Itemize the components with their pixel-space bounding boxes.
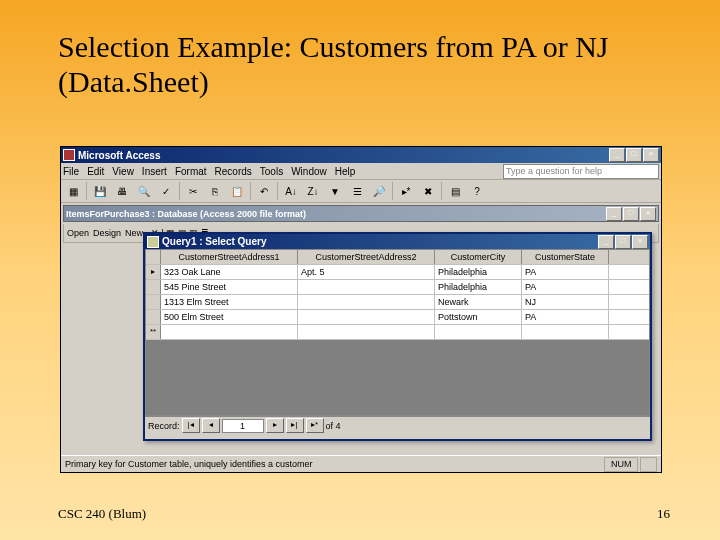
cell[interactable]: Philadelphia bbox=[435, 280, 522, 294]
db-maximize-button[interactable]: □ bbox=[623, 207, 639, 221]
query-maximize-button[interactable]: □ bbox=[615, 235, 631, 249]
query-window: Query1 : Select Query _ □ × CustomerStre… bbox=[143, 232, 652, 441]
record-number-input[interactable]: 1 bbox=[222, 419, 264, 433]
menu-insert[interactable]: Insert bbox=[142, 166, 167, 177]
row-selector[interactable]: * bbox=[146, 325, 161, 339]
db-new-button[interactable]: New bbox=[125, 228, 143, 238]
slide-number: 16 bbox=[657, 506, 670, 522]
menu-window[interactable]: Window bbox=[291, 166, 327, 177]
paste-button[interactable]: 📋 bbox=[227, 181, 247, 201]
spell-button[interactable]: ✓ bbox=[156, 181, 176, 201]
save-button[interactable]: 💾 bbox=[90, 181, 110, 201]
row-selector[interactable] bbox=[146, 280, 161, 294]
minimize-button[interactable]: _ bbox=[609, 148, 625, 162]
menu-edit[interactable]: Edit bbox=[87, 166, 104, 177]
undo-button[interactable]: ↶ bbox=[254, 181, 274, 201]
cell[interactable]: 2 bbox=[609, 295, 650, 309]
nav-next-button[interactable]: ▸ bbox=[266, 418, 284, 433]
cell[interactable]: PA bbox=[522, 280, 609, 294]
cell[interactable]: 1 bbox=[609, 310, 650, 324]
close-button[interactable]: × bbox=[643, 148, 659, 162]
cell[interactable] bbox=[298, 310, 435, 324]
cell[interactable] bbox=[161, 325, 298, 339]
statusbar: Primary key for Customer table, uniquely… bbox=[61, 455, 661, 472]
delete-button[interactable]: ✖ bbox=[418, 181, 438, 201]
cut-button[interactable]: ✂ bbox=[183, 181, 203, 201]
col-city[interactable]: CustomerCity bbox=[435, 250, 522, 264]
sort-asc-button[interactable]: A↓ bbox=[281, 181, 301, 201]
cell[interactable]: NJ bbox=[522, 295, 609, 309]
copy-button[interactable]: ⎘ bbox=[205, 181, 225, 201]
row-selector[interactable] bbox=[146, 310, 161, 324]
cell[interactable] bbox=[435, 325, 522, 339]
db-design-button[interactable]: Design bbox=[93, 228, 121, 238]
select-all-cell[interactable] bbox=[146, 250, 161, 264]
find-button[interactable]: 🔎 bbox=[369, 181, 389, 201]
nav-prev-button[interactable]: ◂ bbox=[202, 418, 220, 433]
cell[interactable]: PA bbox=[522, 310, 609, 324]
nav-new-button[interactable]: ▸* bbox=[306, 418, 324, 433]
cell[interactable] bbox=[522, 325, 609, 339]
filter-form-button[interactable]: ☰ bbox=[347, 181, 367, 201]
cell[interactable]: Pottstown bbox=[435, 310, 522, 324]
db-minimize-button[interactable]: _ bbox=[606, 207, 622, 221]
table-row[interactable]: 545 Pine Street Philadelphia PA 1 bbox=[146, 280, 649, 295]
table-row[interactable]: 500 Elm Street Pottstown PA 1 bbox=[146, 310, 649, 325]
help-search-input[interactable]: Type a question for help bbox=[503, 164, 659, 179]
nav-last-button[interactable]: ▸| bbox=[286, 418, 304, 433]
table-row[interactable]: ▸ 323 Oak Lane Apt. 5 Philadelphia PA 1 bbox=[146, 265, 649, 280]
cell[interactable] bbox=[609, 325, 650, 339]
view-button[interactable]: ▦ bbox=[63, 181, 83, 201]
cell[interactable]: 545 Pine Street bbox=[161, 280, 298, 294]
menu-view[interactable]: View bbox=[112, 166, 134, 177]
cell[interactable]: 323 Oak Lane bbox=[161, 265, 298, 279]
cell[interactable]: Apt. 5 bbox=[298, 265, 435, 279]
cell[interactable] bbox=[298, 295, 435, 309]
query-title: Query1 : Select Query bbox=[162, 236, 598, 247]
menu-help[interactable]: Help bbox=[335, 166, 356, 177]
record-label: Record: bbox=[148, 421, 180, 431]
maximize-button[interactable]: □ bbox=[626, 148, 642, 162]
menu-format[interactable]: Format bbox=[175, 166, 207, 177]
cell[interactable] bbox=[298, 325, 435, 339]
cell[interactable] bbox=[298, 280, 435, 294]
print-button[interactable]: 🖶 bbox=[112, 181, 132, 201]
preview-button[interactable]: 🔍 bbox=[134, 181, 154, 201]
cell[interactable]: Newark bbox=[435, 295, 522, 309]
menu-file[interactable]: File bbox=[63, 166, 79, 177]
cell[interactable]: PA bbox=[522, 265, 609, 279]
cell[interactable]: 1 bbox=[609, 265, 650, 279]
access-window: Microsoft Access _ □ × File Edit View In… bbox=[60, 146, 662, 473]
cell[interactable]: 1313 Elm Street bbox=[161, 295, 298, 309]
row-selector[interactable]: ▸ bbox=[146, 265, 161, 279]
query-minimize-button[interactable]: _ bbox=[598, 235, 614, 249]
datasheet: CustomerStreetAddress1 CustomerStreetAdd… bbox=[145, 249, 650, 416]
db-window-button[interactable]: ▤ bbox=[445, 181, 465, 201]
menu-tools[interactable]: Tools bbox=[260, 166, 283, 177]
col-extra[interactable] bbox=[609, 250, 650, 264]
menubar: File Edit View Insert Format Records Too… bbox=[61, 163, 661, 180]
table-row[interactable]: 1313 Elm Street Newark NJ 2 bbox=[146, 295, 649, 310]
nav-first-button[interactable]: |◂ bbox=[182, 418, 200, 433]
col-address1[interactable]: CustomerStreetAddress1 bbox=[161, 250, 298, 264]
cell[interactable]: 1 bbox=[609, 280, 650, 294]
access-icon bbox=[63, 149, 75, 161]
db-open-button[interactable]: Open bbox=[67, 228, 89, 238]
filter-button[interactable]: ▼ bbox=[325, 181, 345, 201]
cell[interactable]: 500 Elm Street bbox=[161, 310, 298, 324]
app-titlebar: Microsoft Access _ □ × bbox=[61, 147, 661, 163]
row-selector[interactable] bbox=[146, 295, 161, 309]
menu-records[interactable]: Records bbox=[215, 166, 252, 177]
status-num: NUM bbox=[604, 457, 639, 472]
record-navigator: Record: |◂ ◂ 1 ▸ ▸| ▸* of 4 bbox=[145, 416, 650, 434]
sort-desc-button[interactable]: Z↓ bbox=[303, 181, 323, 201]
query-close-button[interactable]: × bbox=[632, 235, 648, 249]
help-button[interactable]: ? bbox=[467, 181, 487, 201]
new-record-row[interactable]: * bbox=[146, 325, 649, 340]
cell[interactable]: Philadelphia bbox=[435, 265, 522, 279]
col-address2[interactable]: CustomerStreetAddress2 bbox=[298, 250, 435, 264]
col-state[interactable]: CustomerState bbox=[522, 250, 609, 264]
db-close-button[interactable]: × bbox=[640, 207, 656, 221]
new-record-button[interactable]: ▸* bbox=[396, 181, 416, 201]
slide-title: Selection Example: Customers from PA or … bbox=[58, 30, 680, 99]
